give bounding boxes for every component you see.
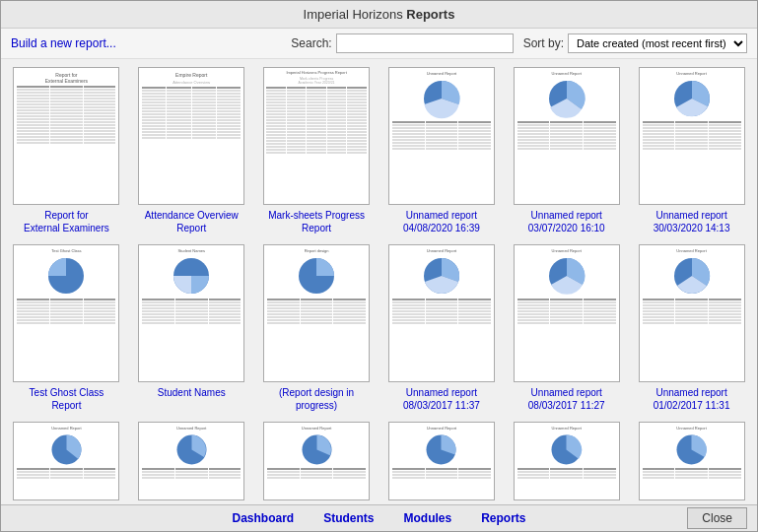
caption-3: Mark-sheets ProgressReport [268, 209, 365, 234]
report-card-16[interactable]: Unnamed Report [384, 422, 500, 504]
close-button[interactable]: Close [687, 507, 747, 529]
pie-chart-12 [671, 255, 713, 297]
report-card-14[interactable]: Unnamed Report [134, 422, 249, 504]
thumbnail-16[interactable]: Unnamed Report [388, 422, 495, 500]
pie-chart-6 [671, 78, 713, 119]
thumbnail-6[interactable]: Unnamed Report [639, 67, 745, 205]
nav-dashboard[interactable]: Dashboard [232, 511, 294, 525]
pie-chart-5 [546, 78, 587, 119]
toolbar: Build a new report... Search: Sort by: D… [1, 29, 757, 59]
thumbnail-15[interactable]: Unnamed Report [263, 422, 370, 500]
thumbnail-17[interactable]: Unnamed Report [514, 422, 620, 500]
report-card-12[interactable]: Unnamed Report [634, 244, 749, 412]
thumbnail-13[interactable]: Unnamed Report [13, 422, 119, 500]
thumbnail-3[interactable]: Imperial Horizons Progress Report Mark-s… [263, 67, 370, 205]
thumbnail-4[interactable]: Unnamed Report [388, 67, 495, 205]
report-card-1[interactable]: Report forExternal Examiners [9, 67, 124, 234]
thumbnail-1[interactable]: Report forExternal Examiners [13, 67, 119, 205]
thumbnail-2[interactable]: Empire Report Attendance Overview [138, 67, 244, 205]
pie-chart-11 [546, 255, 587, 297]
report-card-2[interactable]: Empire Report Attendance Overview [134, 67, 249, 234]
report-card-13[interactable]: Unnamed Report [9, 422, 124, 504]
report-card-18[interactable]: Unnamed Report [634, 422, 749, 504]
pie-chart-18 [674, 432, 709, 467]
sort-label: Sort by: [523, 36, 564, 50]
caption-10: Unnamed report08/03/2017 11:37 [403, 386, 480, 412]
content-area: Report forExternal Examiners [1, 59, 757, 504]
nav-students[interactable]: Students [323, 511, 374, 525]
pie-chart-17 [549, 432, 584, 467]
search-label: Search: [291, 36, 331, 50]
pie-chart-4 [421, 78, 462, 119]
report-card-4[interactable]: Unnamed Report [384, 67, 500, 234]
thumbnail-10[interactable]: Unnamed Report [388, 244, 495, 382]
thumbnail-8[interactable]: Student Names [138, 244, 244, 382]
report-card-11[interactable]: Unnamed Report [509, 244, 624, 412]
report-card-3[interactable]: Imperial Horizons Progress Report Mark-s… [259, 67, 375, 234]
pie-chart-10 [421, 255, 462, 297]
thumbnail-11[interactable]: Unnamed Report [514, 244, 620, 382]
sort-section: Sort by: Date created (most recent first… [523, 33, 747, 53]
report-card-6[interactable]: Unnamed Report [634, 67, 749, 234]
title-bar: Imperial Horizons Reports [1, 1, 757, 29]
thumbnail-7[interactable]: Test Ghost Class [13, 244, 119, 382]
build-report-link[interactable]: Build a new report... [11, 36, 116, 50]
report-card-15[interactable]: Unnamed Report [259, 422, 375, 504]
footer-bar: Dashboard Students Modules Reports Close [1, 504, 757, 531]
caption-11: Unnamed report08/03/2017 11:27 [528, 386, 605, 412]
pie-chart-9 [296, 255, 337, 297]
title-prefix: Imperial Horizons [304, 7, 407, 22]
caption-6: Unnamed report30/03/2020 14:13 [654, 209, 730, 234]
nav-modules[interactable]: Modules [404, 511, 452, 525]
report-card-7[interactable]: Test Ghost Class [9, 244, 124, 412]
pie-chart-16 [424, 432, 458, 467]
caption-2: Attendance OverviewReport [145, 209, 239, 234]
pie-chart-13 [49, 432, 84, 467]
caption-1: Report forExternal Examiners [24, 209, 109, 234]
sort-select[interactable]: Date created (most recent first) Date cr… [568, 33, 747, 53]
search-input[interactable] [336, 33, 514, 53]
search-section: Search: [291, 33, 513, 53]
pie-chart-8 [171, 255, 212, 297]
report-card-9[interactable]: Report design [259, 244, 375, 412]
report-card-10[interactable]: Unnamed Report [384, 244, 500, 412]
thumbnail-18[interactable]: Unnamed Report [639, 422, 745, 500]
main-window: Imperial Horizons Reports Build a new re… [0, 0, 758, 532]
caption-9: (Report design inprogress) [279, 386, 354, 412]
thumbnail-12[interactable]: Unnamed Report [639, 244, 745, 382]
pie-chart-15 [300, 432, 334, 467]
pie-chart-7 [45, 255, 87, 297]
title-bold: Reports [406, 7, 454, 22]
thumbnail-5[interactable]: Unnamed Report [514, 67, 620, 205]
report-card-8[interactable]: Student Names [134, 244, 249, 412]
thumbnail-9[interactable]: Report design [263, 244, 370, 382]
report-card-17[interactable]: Unnamed Report [509, 422, 624, 504]
caption-5: Unnamed report03/07/2020 16:10 [528, 209, 605, 234]
caption-7: Test Ghost Class Report [13, 386, 119, 412]
pie-chart-14 [174, 432, 209, 467]
report-card-5[interactable]: Unnamed Report [509, 67, 624, 234]
caption-12: Unnamed report01/02/2017 11:31 [654, 386, 730, 412]
nav-reports[interactable]: Reports [481, 511, 525, 525]
caption-8: Student Names [158, 386, 226, 399]
thumbnail-14[interactable]: Unnamed Report [138, 422, 244, 500]
reports-grid: Report forExternal Examiners [9, 67, 749, 504]
caption-4: Unnamed report04/08/2020 16:39 [403, 209, 480, 234]
